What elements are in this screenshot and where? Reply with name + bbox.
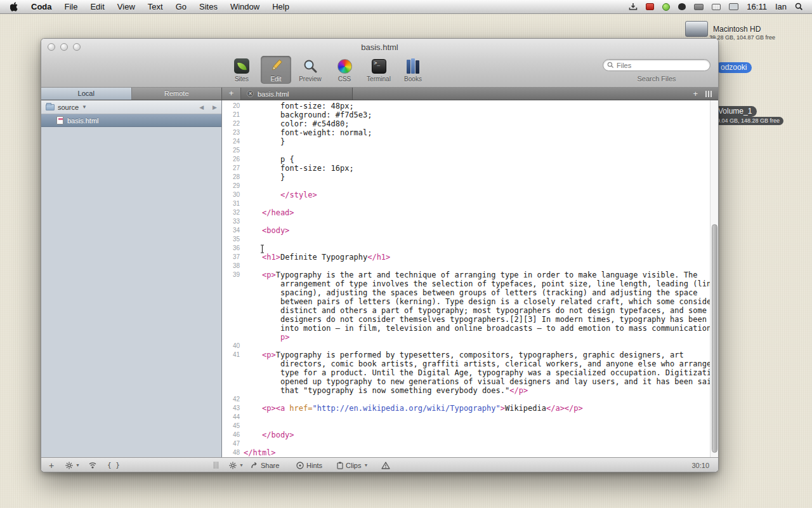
search-input[interactable] (617, 62, 699, 69)
code-line[interactable]: 35 (222, 235, 710, 244)
code-line[interactable]: type for a product. Until the Digital Ag… (222, 368, 710, 377)
sidebar-item-basis-html[interactable]: basis.html (41, 114, 221, 127)
adapter-icon[interactable] (694, 4, 704, 10)
code-line[interactable]: 29 (222, 182, 710, 190)
code-line[interactable]: 34<body> (222, 226, 710, 235)
books-button[interactable]: Books (398, 56, 428, 84)
edit-button[interactable]: Edit (261, 56, 291, 84)
code-line[interactable]: designers do not consider themselves typ… (222, 315, 710, 324)
editor-scrollbar[interactable] (710, 100, 718, 458)
code-line[interactable]: into motion — in film, television and on… (222, 324, 710, 333)
code-line[interactable]: 45 (222, 422, 710, 431)
code-line[interactable]: 41<p>Typography is performed by typesett… (222, 351, 710, 359)
forward-button[interactable]: ▶ (213, 104, 217, 110)
editor-gear-button[interactable]: ▼ (229, 458, 244, 472)
add-file-button[interactable]: + (49, 458, 54, 472)
code-line[interactable]: between pairs of letters (kerning). Type… (222, 297, 710, 306)
sites-button-label: Sites (235, 76, 249, 83)
keypad-icon[interactable] (712, 4, 721, 10)
tab-local[interactable]: Local (41, 88, 132, 100)
add-tab-button[interactable]: + (222, 88, 241, 100)
paw-icon[interactable] (678, 3, 686, 10)
new-tab-button[interactable]: + (690, 88, 700, 100)
panel-toggle-icon[interactable] (703, 91, 714, 97)
apple-menu[interactable] (4, 2, 25, 11)
share-button[interactable]: Share (251, 458, 279, 472)
volume1-label[interactable]: Volume_1 (713, 106, 757, 117)
menu-sites[interactable]: Sites (193, 0, 224, 14)
code-line[interactable]: 23font-weight: normal; (222, 128, 710, 137)
css-button[interactable]: CSS (329, 56, 360, 84)
code-line[interactable]: 37<h1>Definite Typography</h1> (222, 253, 710, 262)
code-line[interactable]: 26p { (222, 155, 710, 164)
menu-window[interactable]: Window (224, 0, 266, 14)
code-line[interactable]: 40 (222, 342, 710, 351)
spotlight-icon[interactable] (795, 3, 803, 11)
tab-remote[interactable]: Remote (132, 88, 222, 100)
tab-close-icon[interactable]: ✕ (247, 90, 254, 97)
odzooki-label[interactable]: odzooki (716, 62, 752, 73)
validation-warning-icon[interactable] (381, 458, 390, 472)
macintosh-hd-icon[interactable] (685, 21, 708, 37)
code-line[interactable]: 25 (222, 146, 710, 155)
code-line[interactable]: 33 (222, 217, 710, 226)
code-line[interactable]: directors, comic book artists, graffiti … (222, 359, 710, 368)
publish-button[interactable] (88, 458, 97, 472)
code-line[interactable]: that "typography is now something everyb… (222, 386, 710, 395)
code-line[interactable]: p> (222, 333, 710, 342)
line-number: 20 (222, 102, 244, 110)
hints-button[interactable]: Hints (296, 458, 322, 472)
code-line[interactable]: 42 (222, 395, 710, 404)
code-line[interactable]: 36 (222, 244, 710, 253)
code-line[interactable]: 27font-size: 16px; (222, 164, 710, 173)
code-line[interactable]: 30</style> (222, 190, 710, 199)
menu-go[interactable]: Go (169, 0, 193, 14)
menu-text[interactable]: Text (141, 0, 169, 14)
code-line[interactable]: 44 (222, 413, 710, 422)
code-line[interactable]: 22color: #c54d80; (222, 119, 710, 128)
download-icon[interactable] (629, 3, 638, 11)
sidebar-header[interactable]: source ▼ ◀ ▶ (41, 100, 221, 114)
scrollbar-thumb[interactable] (712, 224, 717, 453)
code-line[interactable]: 21background: #f7d5e3; (222, 110, 710, 119)
menubar-clock[interactable]: 16:11 (747, 2, 767, 11)
menu-file[interactable]: File (58, 0, 84, 14)
chevron-down-icon[interactable]: ▼ (82, 104, 87, 110)
code-text (244, 262, 710, 271)
action-gear-button[interactable]: ▼ (65, 458, 80, 472)
menu-view[interactable]: View (111, 0, 141, 14)
menu-help[interactable]: Help (266, 0, 296, 14)
code-line[interactable]: 31 (222, 199, 710, 208)
code-line[interactable]: 48</html> (222, 448, 710, 457)
code-editor[interactable]: 20font-size: 48px;21background: #f7d5e3;… (222, 100, 718, 458)
screen-record-icon[interactable] (646, 3, 654, 10)
search-field[interactable] (603, 59, 710, 71)
code-line[interactable]: 24} (222, 137, 710, 146)
terminal-button[interactable]: >_ Terminal (363, 56, 394, 84)
code-line[interactable]: 46</body> (222, 431, 710, 439)
file-tab-basis[interactable]: ✕ basis.html (241, 88, 353, 100)
code-line[interactable]: 47 (222, 439, 710, 448)
menu-coda[interactable]: Coda (25, 0, 58, 14)
green-status-icon[interactable] (662, 3, 670, 11)
macintosh-hd-label[interactable]: Macintosh HD (713, 25, 761, 34)
code-line[interactable]: 38 (222, 262, 710, 271)
code-line[interactable]: 28} (222, 173, 710, 182)
menu-edit[interactable]: Edit (84, 0, 110, 14)
menubar-user[interactable]: Ian (775, 2, 787, 11)
display-icon[interactable] (729, 3, 738, 10)
code-line[interactable]: 39<p>Typography is the art and technique… (222, 271, 710, 279)
code-line[interactable]: 20font-size: 48px; (222, 102, 710, 110)
sites-button[interactable]: Sites (226, 56, 257, 84)
code-line[interactable]: distinct and others a part of typography… (222, 306, 710, 315)
back-button[interactable]: ◀ (199, 104, 204, 110)
clips-button[interactable]: Clips ▼ (337, 458, 368, 472)
code-line[interactable]: opened up typography to new generations … (222, 377, 710, 386)
code-line[interactable]: spacing), adjusting the spaces between g… (222, 288, 710, 297)
preview-button[interactable]: Preview (295, 56, 325, 84)
code-line[interactable]: 43<p><a href="http://en.wikipedia.org/wi… (222, 404, 710, 413)
sidebar-resize-grip[interactable] (214, 458, 218, 472)
code-line[interactable]: arrangement of type involves the selecti… (222, 279, 710, 288)
code-nav-button[interactable]: { } (107, 458, 120, 472)
code-line[interactable]: 32</head> (222, 208, 710, 217)
